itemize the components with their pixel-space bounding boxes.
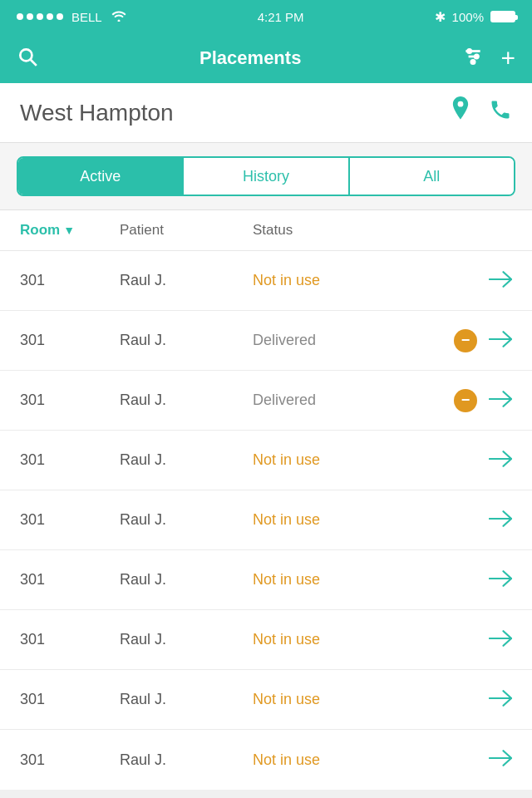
row-actions [489, 689, 512, 711]
cell-room: 301 [20, 511, 120, 529]
time-label: 4:21 PM [258, 10, 304, 24]
tabs: Active History All [17, 156, 515, 196]
table-row[interactable]: 301 Raul J. Delivered − [0, 371, 532, 431]
cell-patient: Raul J. [120, 691, 253, 708]
cell-patient: Raul J. [120, 392, 253, 409]
filter-icon[interactable] [462, 46, 484, 71]
cell-status: Delivered [253, 392, 454, 409]
cell-status: Not in use [253, 571, 489, 589]
navigate-arrow-icon[interactable] [489, 629, 512, 651]
table-body: 301 Raul J. Not in use 301 Raul J. Deliv… [0, 251, 532, 790]
column-status-header: Status [253, 222, 512, 239]
cell-status: Not in use [253, 631, 489, 648]
tabs-container: Active History All [0, 143, 532, 210]
navigate-arrow-icon[interactable] [489, 689, 512, 711]
row-actions [489, 510, 512, 531]
signal-dot [17, 13, 23, 20]
cell-room: 301 [20, 392, 120, 409]
cell-status: Not in use [253, 691, 489, 708]
page-title: Placements [200, 47, 301, 69]
row-actions [489, 749, 512, 771]
navigate-arrow-icon[interactable] [489, 569, 512, 591]
signal-dot [27, 13, 33, 20]
table-row[interactable]: 301 Raul J. Not in use [0, 610, 532, 670]
svg-point-6 [475, 55, 479, 58]
column-patient-header: Patient [120, 222, 253, 239]
table-row[interactable]: 301 Raul J. Not in use [0, 490, 532, 550]
navigate-arrow-icon[interactable] [489, 270, 512, 292]
status-bar: BELL 4:21 PM ✱ 100% [0, 0, 532, 33]
cell-status: Not in use [253, 451, 489, 469]
cell-room: 301 [20, 272, 120, 289]
cell-room: 301 [20, 332, 120, 349]
navigate-arrow-icon[interactable] [489, 450, 512, 471]
location-name: West Hampton [20, 100, 174, 126]
phone-icon[interactable] [489, 98, 512, 127]
wifi-icon [111, 10, 127, 24]
navigate-arrow-icon[interactable] [489, 510, 512, 531]
header-actions: + [462, 46, 515, 71]
cell-room: 301 [20, 451, 120, 469]
search-icon[interactable] [17, 46, 38, 71]
row-actions: − [454, 329, 512, 352]
table-row[interactable]: 301 Raul J. Not in use [0, 670, 532, 730]
location-pin-icon[interactable] [449, 96, 472, 129]
cell-status: Not in use [253, 272, 489, 289]
table-container: Room ▼ Patient Status 301 Raul J. Not in… [0, 210, 532, 790]
cell-patient: Raul J. [120, 332, 253, 349]
cell-status: Not in use [253, 511, 489, 529]
row-actions [489, 270, 512, 292]
tab-history[interactable]: History [184, 158, 349, 195]
navigate-arrow-icon[interactable] [489, 749, 512, 771]
row-actions [489, 569, 512, 591]
signal-dot [57, 13, 63, 20]
carrier-label: BELL [71, 10, 102, 24]
row-actions: − [454, 389, 512, 412]
table-row[interactable]: 301 Raul J. Not in use [0, 550, 532, 610]
cell-room: 301 [20, 691, 120, 708]
sort-arrow-icon: ▼ [63, 224, 75, 237]
row-actions [489, 450, 512, 471]
cell-status: Not in use [253, 751, 489, 769]
row-actions [489, 629, 512, 651]
cell-room: 301 [20, 571, 120, 589]
cell-patient: Raul J. [120, 272, 253, 289]
table-row[interactable]: 301 Raul J. Not in use [0, 251, 532, 311]
svg-point-0 [20, 49, 32, 61]
table-row[interactable]: 301 Raul J. Delivered − [0, 311, 532, 371]
cell-room: 301 [20, 751, 120, 769]
cell-patient: Raul J. [120, 451, 253, 469]
column-room-header[interactable]: Room ▼ [20, 222, 120, 239]
signal-dot [37, 13, 43, 20]
cell-patient: Raul J. [120, 751, 253, 769]
sub-header-icons [449, 96, 512, 129]
table-row[interactable]: 301 Raul J. Not in use [0, 431, 532, 490]
battery-percent: 100% [452, 10, 484, 24]
table-row[interactable]: 301 Raul J. Not in use [0, 730, 532, 790]
svg-point-7 [471, 60, 475, 63]
sub-header: West Hampton [0, 83, 532, 143]
cell-patient: Raul J. [120, 631, 253, 648]
svg-line-1 [31, 60, 37, 66]
add-icon[interactable]: + [500, 46, 515, 71]
cell-status: Delivered [253, 332, 454, 349]
svg-point-5 [468, 49, 471, 52]
cell-room: 301 [20, 631, 120, 648]
header: Placements + [0, 33, 532, 83]
tab-all[interactable]: All [350, 158, 514, 195]
cell-patient: Raul J. [120, 511, 253, 529]
signal-dot [47, 13, 53, 20]
navigate-arrow-icon[interactable] [489, 390, 512, 411]
status-right: ✱ 100% [435, 9, 515, 25]
battery-icon [490, 11, 515, 22]
signal-dots [17, 13, 63, 20]
tab-active[interactable]: Active [18, 158, 184, 195]
minus-icon[interactable]: − [454, 329, 477, 352]
status-left: BELL [17, 10, 127, 24]
table-header: Room ▼ Patient Status [0, 210, 532, 251]
minus-icon[interactable]: − [454, 389, 477, 412]
navigate-arrow-icon[interactable] [489, 330, 512, 352]
bluetooth-icon: ✱ [435, 9, 446, 25]
cell-patient: Raul J. [120, 571, 253, 589]
